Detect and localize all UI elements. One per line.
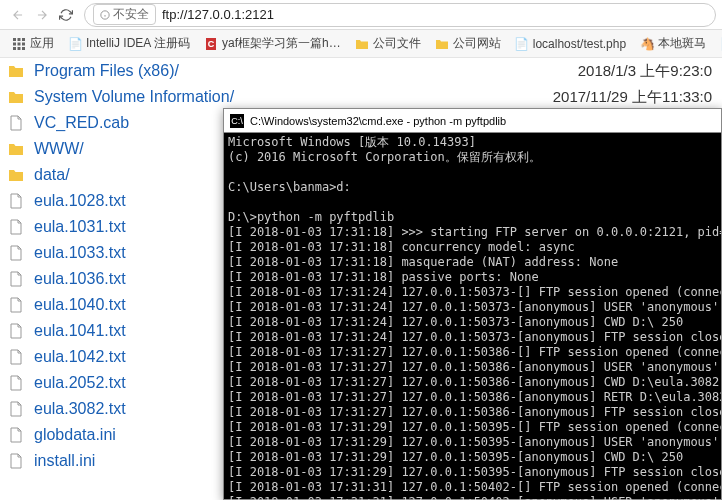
browser-nav: 不安全 ftp://127.0.0.1:2121	[0, 0, 722, 30]
bookmark-item[interactable]: 📄Amaze U	[714, 35, 722, 53]
file-link[interactable]: eula.1036.txt	[34, 270, 126, 288]
file-link[interactable]: install.ini	[34, 452, 95, 470]
file-link[interactable]: eula.2052.txt	[34, 374, 126, 392]
url-text: ftp://127.0.0.1:2121	[162, 7, 274, 22]
file-date: 2018/1/3 上午9:23:0	[578, 62, 712, 81]
apps-label: 应用	[30, 35, 54, 52]
svg-rect-6	[13, 42, 16, 45]
bookmark-item[interactable]: 🐴本地斑马	[634, 33, 712, 54]
bookmark-item[interactable]: 📄IntelliJ IDEA 注册码	[62, 33, 196, 54]
page-icon: 📄	[68, 37, 82, 51]
svg-rect-9	[13, 47, 16, 50]
bookmark-label: localhost/test.php	[533, 37, 626, 51]
bookmark-label: 公司网站	[453, 35, 501, 52]
svg-rect-10	[18, 47, 21, 50]
svg-rect-4	[18, 38, 21, 41]
forward-button[interactable]	[30, 3, 54, 27]
svg-rect-11	[22, 47, 25, 50]
file-icon	[8, 427, 24, 443]
file-icon	[8, 193, 24, 209]
folder-icon	[8, 141, 24, 157]
folder-icon	[8, 167, 24, 183]
file-link[interactable]: globdata.ini	[34, 426, 116, 444]
bookmark-item[interactable]: 📄localhost/test.php	[509, 35, 632, 53]
file-icon	[8, 115, 24, 131]
file-link[interactable]: eula.1040.txt	[34, 296, 126, 314]
bookmarks-bar: 应用 📄IntelliJ IDEA 注册码 Cyaf框架学习第一篇h… 公司文件…	[0, 30, 722, 58]
bookmark-label: 公司文件	[373, 35, 421, 52]
svg-rect-3	[13, 38, 16, 41]
cmd-titlebar[interactable]: C:\ C:\Windows\system32\cmd.exe - python…	[224, 109, 721, 133]
file-icon	[8, 245, 24, 261]
file-link[interactable]: WWW/	[34, 140, 84, 158]
file-icon	[8, 219, 24, 235]
bookmark-item[interactable]: Cyaf框架学习第一篇h…	[198, 33, 347, 54]
file-icon	[8, 323, 24, 339]
list-item: System Volume Information/2017/11/29 上午1…	[0, 84, 722, 110]
file-icon	[8, 401, 24, 417]
list-item: Program Files (x86)/2018/1/3 上午9:23:0	[0, 58, 722, 84]
bookmark-label: yaf框架学习第一篇h…	[222, 35, 341, 52]
svg-rect-8	[22, 42, 25, 45]
bookmark-label: 本地斑马	[658, 35, 706, 52]
file-icon	[8, 271, 24, 287]
security-badge[interactable]: 不安全	[93, 4, 156, 25]
page-icon: 📄	[515, 37, 529, 51]
back-button[interactable]	[6, 3, 30, 27]
file-link[interactable]: eula.1031.txt	[34, 218, 126, 236]
file-link[interactable]: eula.3082.txt	[34, 400, 126, 418]
url-bar[interactable]: 不安全 ftp://127.0.0.1:2121	[84, 3, 716, 27]
file-link[interactable]: eula.1033.txt	[34, 244, 126, 262]
file-link[interactable]: VC_RED.cab	[34, 114, 129, 132]
file-link[interactable]: data/	[34, 166, 70, 184]
apps-icon	[12, 37, 26, 51]
file-link[interactable]: eula.1041.txt	[34, 322, 126, 340]
folder-icon	[8, 89, 24, 105]
cmd-window[interactable]: C:\ C:\Windows\system32\cmd.exe - python…	[223, 108, 722, 500]
file-link[interactable]: eula.1028.txt	[34, 192, 126, 210]
cmd-icon: C:\	[230, 114, 244, 128]
file-icon	[8, 349, 24, 365]
info-icon	[100, 10, 110, 20]
file-link[interactable]: Program Files (x86)/	[34, 62, 179, 80]
file-icon	[8, 453, 24, 469]
file-date: 2017/11/29 上午11:33:0	[553, 88, 712, 107]
cmd-output[interactable]: Microsoft Windows [版本 10.0.14393] (c) 20…	[224, 133, 721, 500]
file-link[interactable]: eula.1042.txt	[34, 348, 126, 366]
bookmark-item[interactable]: 公司文件	[349, 33, 427, 54]
folder-icon	[8, 63, 24, 79]
bookmark-item[interactable]: 公司网站	[429, 33, 507, 54]
page-icon: C	[204, 37, 218, 51]
file-icon	[8, 297, 24, 313]
file-icon	[8, 375, 24, 391]
apps-button[interactable]: 应用	[6, 33, 60, 54]
cmd-title-text: C:\Windows\system32\cmd.exe - python -m …	[250, 115, 506, 127]
file-link[interactable]: System Volume Information/	[34, 88, 234, 106]
bookmark-label: IntelliJ IDEA 注册码	[86, 35, 190, 52]
folder-icon	[435, 37, 449, 51]
reload-button[interactable]	[54, 3, 78, 27]
svg-rect-5	[22, 38, 25, 41]
security-label: 不安全	[113, 6, 149, 23]
folder-icon	[355, 37, 369, 51]
horse-icon: 🐴	[640, 37, 654, 51]
svg-rect-7	[18, 42, 21, 45]
